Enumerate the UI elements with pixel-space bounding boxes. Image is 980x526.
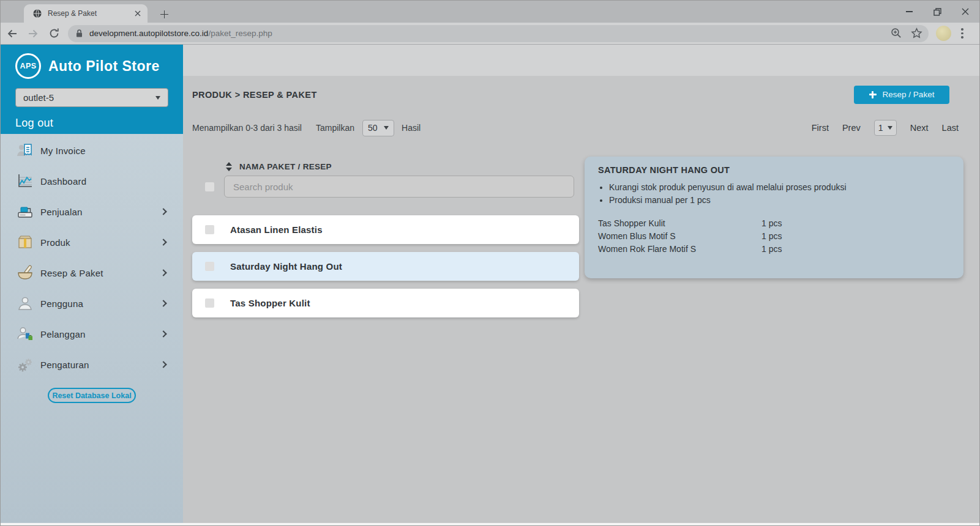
new-tab-button[interactable] <box>156 6 172 22</box>
mortar-pestle-icon <box>16 264 34 282</box>
invoice-icon <box>16 141 34 160</box>
outlet-select-value: outlet-5 <box>23 92 54 103</box>
profile-avatar[interactable] <box>936 26 951 41</box>
pagination: First Prev 1 Next Last <box>812 120 959 136</box>
app-root: APS Auto Pilot Store outlet-5 Log out <box>1 45 979 525</box>
row-label: Saturday Night Hang Out <box>230 261 342 272</box>
component-name: Women Blus Motif S <box>598 230 761 243</box>
pagination-last[interactable]: Last <box>942 123 959 133</box>
search-input[interactable] <box>224 176 574 198</box>
back-icon <box>6 28 18 40</box>
sidebar-item-produk[interactable]: Produk <box>1 227 183 257</box>
page-size-value: 50 <box>368 123 378 133</box>
row-label: Tas Shopper Kulit <box>230 298 310 308</box>
component-row: Tas Shopper Kulit 1 pcs <box>598 217 950 230</box>
bookmark-star-icon[interactable] <box>911 28 922 39</box>
sidebar-item-dashboard[interactable]: Dashboard <box>1 166 183 196</box>
restore-icon <box>933 8 941 16</box>
browser-tab[interactable]: Resep & Paket <box>24 4 148 23</box>
browser-toolbar: development.autopilotstore.co.id/paket_r… <box>1 23 979 45</box>
forward-button[interactable] <box>24 24 42 43</box>
dashboard-icon <box>16 172 34 190</box>
chevron-down-icon <box>384 126 389 130</box>
breadcrumb: PRODUK > RESEP & PAKET <box>192 90 317 100</box>
sidebar-item-label: Dashboard <box>40 176 86 187</box>
page-number-value: 1 <box>878 123 885 133</box>
url-text: development.autopilotstore.co.id/paket_r… <box>89 29 272 38</box>
sidebar-item-label: Produk <box>40 237 70 248</box>
reset-database-button[interactable]: Reset Database Lokal <box>48 388 136 403</box>
column-header-label: NAMA PAKET / RESEP <box>239 162 332 171</box>
row-checkbox[interactable] <box>205 262 214 271</box>
show-suffix: Hasil <box>402 123 421 133</box>
main-content: PRODUK > RESEP & PAKET Resep / Paket Men… <box>183 45 979 525</box>
top-band <box>183 45 979 76</box>
aps-logo: APS <box>15 53 41 79</box>
pagination-prev[interactable]: Prev <box>842 123 861 133</box>
cash-register-icon <box>16 202 34 221</box>
close-button[interactable] <box>951 1 979 23</box>
sidebar: APS Auto Pilot Store outlet-5 Log out <box>1 45 183 525</box>
sidebar-item-penjualan[interactable]: Penjualan <box>1 196 183 227</box>
results-summary: Menampilkan 0-3 dari 3 hasil <box>192 123 302 133</box>
select-all-checkbox[interactable] <box>205 182 214 191</box>
sidebar-item-my-invoice[interactable]: My Invoice <box>1 135 183 166</box>
pagination-first[interactable]: First <box>812 123 829 133</box>
page-number-select[interactable]: 1 <box>874 120 897 136</box>
tab-close-icon[interactable] <box>132 9 143 19</box>
minimize-button[interactable] <box>895 1 923 23</box>
sidebar-item-resep-paket[interactable]: Resep & Paket <box>1 257 183 288</box>
lock-icon <box>75 29 83 38</box>
window-bottom-edge <box>1 523 979 525</box>
detail-title: SATURDAY NIGHT HANG OUT <box>598 165 950 175</box>
component-name: Women Rok Flare Motif S <box>598 243 761 256</box>
row-label: Atasan Linen Elastis <box>230 224 323 235</box>
sidebar-item-label: Penjualan <box>40 207 83 217</box>
component-name: Tas Shopper Kulit <box>598 217 761 230</box>
back-button[interactable] <box>3 24 21 43</box>
sidebar-item-pengguna[interactable]: Pengguna <box>1 288 183 319</box>
detail-notes: Kurangi stok produk penyusun di awal mel… <box>598 181 950 207</box>
minimize-icon <box>906 11 913 12</box>
chevron-right-icon <box>160 239 166 245</box>
add-resep-paket-button[interactable]: Resep / Paket <box>854 86 949 104</box>
close-icon <box>962 8 969 15</box>
page-size-select[interactable]: 50 <box>362 120 394 136</box>
pagination-next[interactable]: Next <box>910 123 929 133</box>
logout-link[interactable]: Log out <box>15 117 168 130</box>
sidebar-item-label: Resep & Paket <box>40 268 103 278</box>
row-checkbox[interactable] <box>205 298 214 308</box>
sidebar-nav: My Invoice Dashboard <box>1 134 183 380</box>
address-bar[interactable]: development.autopilotstore.co.id/paket_r… <box>68 25 929 42</box>
detail-note: Produksi manual per 1 pcs <box>609 194 950 207</box>
tab-title: Resep & Paket <box>48 9 132 18</box>
list-item-tas-shopper-kulit[interactable]: Tas Shopper Kulit <box>192 289 579 317</box>
reload-button[interactable] <box>45 24 63 43</box>
row-checkbox[interactable] <box>205 225 214 234</box>
brand-title: Auto Pilot Store <box>48 58 160 75</box>
column-header[interactable]: NAMA PAKET / RESEP <box>226 162 579 171</box>
browser-window: Resep & Paket <box>0 0 980 526</box>
outlet-select[interactable]: outlet-5 <box>15 88 168 107</box>
browser-menu-icon[interactable] <box>956 26 968 41</box>
show-label: Tampilkan <box>316 123 354 133</box>
chevron-down-icon <box>888 126 892 130</box>
paket-list: NAMA PAKET / RESEP Atasan Linen Elastis <box>192 157 579 325</box>
zoom-icon[interactable] <box>891 28 902 39</box>
component-row: Women Rok Flare Motif S 1 pcs <box>598 243 950 256</box>
gears-icon <box>16 355 34 374</box>
component-list: Tas Shopper Kulit 1 pcs Women Blus Motif… <box>598 217 950 256</box>
customer-icon <box>16 325 34 343</box>
plus-icon <box>869 91 877 98</box>
component-qty: 1 pcs <box>761 243 782 256</box>
list-item-atasan-linen-elastis[interactable]: Atasan Linen Elastis <box>192 215 579 244</box>
sidebar-item-label: Pengaturan <box>40 360 89 370</box>
tab-strip: Resep & Paket <box>1 1 979 23</box>
component-qty: 1 pcs <box>761 230 782 243</box>
sidebar-item-pelanggan[interactable]: Pelanggan <box>1 319 183 349</box>
list-item-saturday-night-hang-out[interactable]: Saturday Night Hang Out <box>192 252 579 281</box>
sidebar-item-pengaturan[interactable]: Pengaturan <box>1 349 183 380</box>
restore-button[interactable] <box>923 1 951 23</box>
forward-icon <box>27 28 39 40</box>
chevron-down-icon <box>155 96 160 100</box>
